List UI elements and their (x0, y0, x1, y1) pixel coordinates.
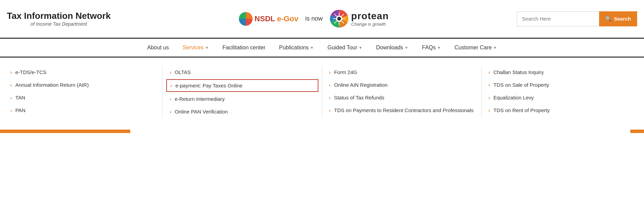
search-button[interactable]: 🔍 Search (599, 11, 637, 26)
protean-tagline: Change is growth (351, 22, 389, 27)
nsdl-text: NSDL e-Gov (255, 14, 299, 23)
services-col-2: › OLTAS › e-payment: Pay Taxes Online › … (163, 66, 322, 118)
arrow-icon: › (170, 96, 171, 102)
nav-item-customer-care[interactable]: Customer Care ▼ (448, 39, 503, 56)
nav-item-faqs[interactable]: FAQs ▼ (415, 39, 448, 56)
arrow-icon: › (488, 82, 490, 88)
menu-item-label: TDS on Payments to Resident Contractors … (334, 107, 474, 113)
list-item[interactable]: › Annual Information Return (AIR) (10, 79, 156, 91)
list-item[interactable]: › TDS on Payments to Resident Contractor… (329, 104, 474, 117)
list-item[interactable]: › TDS on Sale of Property (488, 79, 634, 91)
nav-about-label: About us (147, 45, 169, 51)
nav-item-about[interactable]: About us (140, 39, 175, 56)
is-now-text: is now (305, 15, 323, 22)
nav-item-downloads[interactable]: Downloads ▼ (369, 39, 415, 56)
list-item[interactable]: › e-TDS/e-TCS (10, 66, 156, 79)
list-item[interactable]: › Equalization Levy (488, 91, 634, 104)
arrow-icon: › (170, 83, 172, 88)
nav-item-services[interactable]: Services ▼ (176, 39, 216, 56)
menu-item-label: TAN (15, 95, 25, 100)
nsdl-logo: NSDL e-Gov (239, 12, 299, 26)
nsdl-icon (239, 12, 253, 26)
main-navbar: About us Services ▼ Facilitation center … (0, 38, 644, 58)
nav-services-label: Services (183, 45, 204, 51)
arrow-icon: › (10, 108, 12, 113)
brand-center: NSDL e-Gov is now (111, 9, 517, 28)
nav-facilitation-label: Facilitation center (222, 45, 265, 51)
menu-item-label: Status of Tax Refunds (334, 95, 384, 100)
protean-logo: protean Change is growth (330, 9, 389, 28)
nav-item-publications[interactable]: Publications ▼ (272, 39, 320, 56)
services-col-3: › Form 24G › Online AIN Registration › S… (322, 66, 482, 118)
menu-item-label: Equalization Levy (494, 95, 534, 100)
chevron-down-icon: ▼ (205, 46, 209, 50)
arrow-icon: › (329, 70, 331, 75)
list-item[interactable]: › Status of Tax Refunds (329, 91, 474, 104)
menu-item-label: PAN (15, 107, 26, 113)
protean-name: protean (351, 11, 389, 22)
svg-point-2 (337, 17, 341, 21)
list-item[interactable]: › Challan Status Inquiry (488, 66, 634, 79)
services-col-4: › Challan Status Inquiry › TDS on Sale o… (482, 66, 641, 118)
search-area: 🔍 Search (517, 11, 637, 26)
menu-item-label: Annual Information Return (AIR) (15, 82, 89, 88)
arrow-icon: › (329, 95, 331, 100)
search-input[interactable] (517, 11, 599, 26)
chevron-down-icon: ▼ (437, 46, 441, 50)
arrow-icon: › (10, 70, 12, 75)
bottom-bar-right (630, 130, 644, 133)
chevron-down-icon: ▼ (404, 46, 408, 50)
site-title-main: Tax Information Network (7, 11, 111, 21)
nav-items-list: About us Services ▼ Facilitation center … (140, 39, 503, 56)
page-header: Tax Information Network of Income Tax De… (0, 0, 644, 38)
bottom-bar-left (0, 130, 130, 133)
site-title-sub: of Income Tax Department (7, 21, 111, 27)
menu-item-label: TDS on Rent of Property (494, 107, 550, 113)
arrow-icon: › (10, 95, 12, 100)
nav-item-guided-tour[interactable]: Guided Tour ▼ (320, 39, 369, 56)
services-col-1: › e-TDS/e-TCS › Annual Information Retur… (3, 66, 163, 118)
arrow-icon: › (170, 109, 171, 115)
nav-downloads-label: Downloads (376, 45, 403, 51)
protean-brand-text: protean Change is growth (351, 11, 389, 27)
arrow-icon: › (488, 108, 490, 113)
menu-item-label: Challan Status Inquiry (494, 69, 544, 75)
list-item-highlighted[interactable]: › e-payment: Pay Taxes Online (166, 79, 318, 92)
arrow-icon: › (488, 70, 490, 75)
menu-item-label: e-Return Intermediary (175, 96, 225, 102)
arrow-icon: › (170, 70, 171, 75)
menu-item-label: e-payment: Pay Taxes Online (175, 83, 243, 88)
menu-item-label: OLTAS (175, 69, 191, 75)
arrow-icon: › (329, 82, 331, 88)
arrow-icon: › (329, 108, 331, 113)
nav-customer-care-label: Customer Care (454, 45, 491, 51)
site-logo: Tax Information Network of Income Tax De… (7, 11, 111, 27)
arrow-icon: › (488, 95, 490, 100)
nav-item-facilitation[interactable]: Facilitation center (216, 39, 272, 56)
menu-item-label: Online PAN Verification (175, 109, 228, 115)
search-icon: 🔍 (605, 16, 612, 22)
nav-publications-label: Publications (279, 45, 308, 51)
list-item[interactable]: › OLTAS (170, 66, 315, 79)
nav-guided-tour-label: Guided Tour (327, 45, 357, 51)
chevron-down-icon: ▼ (310, 46, 314, 50)
search-button-label: Search (614, 16, 631, 22)
menu-item-label: e-TDS/e-TCS (15, 69, 47, 75)
list-item[interactable]: › TDS on Rent of Property (488, 104, 634, 117)
list-item[interactable]: › e-Return Intermediary (170, 93, 315, 105)
services-dropdown-content: › e-TDS/e-TCS › Annual Information Retur… (0, 58, 644, 121)
menu-item-label: Online AIN Registration (334, 82, 388, 88)
list-item[interactable]: › Form 24G (329, 66, 474, 79)
list-item[interactable]: › TAN (10, 91, 156, 104)
nav-faqs-label: FAQs (422, 45, 436, 51)
list-item[interactable]: › Online PAN Verification (170, 105, 315, 118)
menu-item-label: TDS on Sale of Property (494, 82, 549, 88)
menu-item-label: Form 24G (334, 69, 357, 75)
arrow-icon: › (10, 82, 12, 88)
chevron-down-icon: ▼ (359, 46, 362, 50)
chevron-down-icon: ▼ (493, 46, 497, 50)
list-item[interactable]: › PAN (10, 104, 156, 117)
protean-wheel-icon (330, 9, 349, 28)
list-item[interactable]: › Online AIN Registration (329, 79, 474, 91)
